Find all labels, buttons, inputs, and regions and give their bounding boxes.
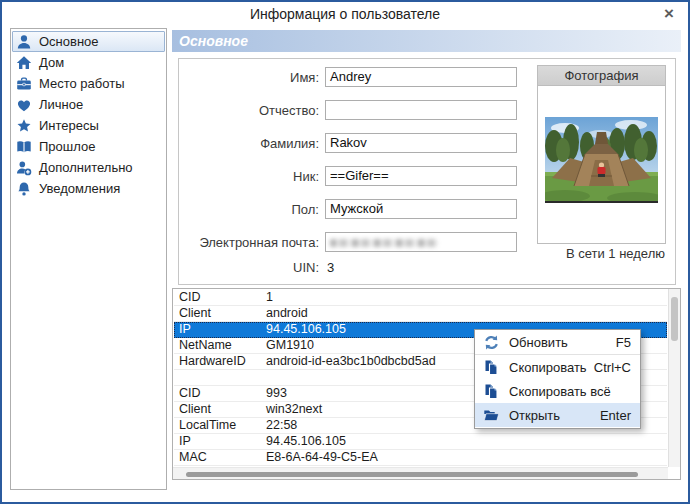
context-menu-item[interactable]: Открыть Enter <box>475 403 640 427</box>
table-value-cell: android <box>266 306 667 321</box>
table-value-cell: E8-6A-64-49-C5-EA <box>266 450 667 465</box>
context-menu-item-label: Скопировать <box>509 360 587 375</box>
bell-icon <box>16 181 32 197</box>
home-icon <box>16 55 32 71</box>
table-key-cell: IP <box>174 322 266 337</box>
sidebar-item[interactable]: Дом <box>12 52 165 73</box>
sidebar-item[interactable]: Прошлое <box>12 136 165 157</box>
uin-row: UIN: 3 <box>179 259 675 275</box>
window-title: Информация о пользователе <box>2 2 688 27</box>
table-row[interactable]: Client android <box>174 306 667 322</box>
photo-panel-title: Фотография <box>538 66 665 86</box>
section-header: Основное <box>172 30 681 52</box>
sidebar-item-label: Дом <box>39 55 64 70</box>
table-value-cell: 1 <box>266 290 667 305</box>
form-field-label: Пол: <box>179 202 325 217</box>
sidebar-item-label: Интересы <box>39 118 99 133</box>
context-menu-item-label: Открыть <box>509 408 560 423</box>
context-menu-item-shortcut: F5 <box>616 335 631 350</box>
book-icon <box>16 139 32 155</box>
sidebar-item-label: Личное <box>39 97 83 112</box>
sidebar-item-label: Уведомления <box>39 181 120 196</box>
table-key-cell: HardwareID <box>174 354 266 369</box>
context-menu-item-shortcut: Enter <box>600 408 631 423</box>
online-status: В сети 1 неделю <box>566 246 665 261</box>
form-field-label: Фамилия: <box>179 136 325 151</box>
table-key-cell <box>174 370 266 385</box>
table-value-cell: 94.45.106.105 <box>266 434 667 449</box>
sidebar-item-label: Дополнительно <box>39 160 133 175</box>
sidebar-item[interactable]: Личное <box>12 94 165 115</box>
photo-panel: Фотография <box>537 65 666 244</box>
context-menu: Обновить F5 Скопировать Ctrl+C Скопирова… <box>474 329 641 429</box>
horizontal-scrollbar[interactable] <box>173 467 668 479</box>
sidebar-item[interactable]: Основное <box>12 31 165 52</box>
context-menu-item[interactable]: Скопировать Ctrl+C <box>475 355 640 379</box>
person-add-icon <box>16 160 32 176</box>
context-menu-item[interactable]: Скопировать всё <box>475 379 640 403</box>
refresh-icon <box>483 334 500 351</box>
sidebar-item-label: Место работы <box>39 76 125 91</box>
basic-info-groupbox: Имя: Andrey Отчество: Фамилия: Rakov Ник… <box>178 58 676 285</box>
context-menu-item-label: Скопировать всё <box>509 384 611 399</box>
table-row[interactable]: MAC E8-6A-64-49-C5-EA <box>174 450 667 466</box>
photo-body <box>538 86 665 243</box>
table-key-cell: MAC <box>174 450 266 465</box>
form-field-input[interactable] <box>325 232 517 252</box>
sidebar-item[interactable]: Уведомления <box>12 178 165 199</box>
sidebar-item-label: Прошлое <box>39 139 95 154</box>
user-info-dialog: Информация о пользователе × Основное Дом… <box>0 0 690 504</box>
uin-value: 3 <box>327 260 334 275</box>
titlebar[interactable]: Информация о пользователе × <box>2 2 688 27</box>
heart-icon <box>16 97 32 113</box>
table-key-cell: CID <box>174 386 266 401</box>
close-icon[interactable]: × <box>660 3 678 25</box>
table-row[interactable]: IP 94.45.106.105 <box>174 434 667 450</box>
open-folder-icon <box>483 407 500 424</box>
uin-label: UIN: <box>179 260 325 275</box>
horizontal-scrollbar-thumb[interactable] <box>186 472 638 477</box>
table-key-cell: Client <box>174 306 266 321</box>
copy-icon <box>483 383 500 400</box>
person-icon <box>16 34 32 50</box>
vertical-scrollbar[interactable] <box>668 289 680 467</box>
table-key-cell: IP <box>174 434 266 449</box>
form-field-label: Электронная почта: <box>179 235 325 250</box>
briefcase-icon <box>16 76 32 92</box>
context-menu-item-label: Обновить <box>509 335 568 350</box>
table-key-cell: LocalTime <box>174 418 266 433</box>
user-photo <box>545 117 658 203</box>
sidebar-item[interactable]: Дополнительно <box>12 157 165 178</box>
vertical-scrollbar-thumb[interactable] <box>671 297 678 341</box>
sidebar-item[interactable]: Интересы <box>12 115 165 136</box>
sidebar-item[interactable]: Место работы <box>12 73 165 94</box>
form-field-input[interactable]: Мужской <box>325 199 517 219</box>
table-key-cell: CID <box>174 290 266 305</box>
sidebar-item-label: Основное <box>39 34 99 49</box>
form-field-input[interactable]: Andrey <box>325 67 517 87</box>
copy-icon <box>483 359 500 376</box>
form-field-label: Ник: <box>179 169 325 184</box>
table-key-cell: NetName <box>174 338 266 353</box>
star-icon <box>16 118 32 134</box>
table-row[interactable]: CID 1 <box>174 290 667 306</box>
form-field-input[interactable] <box>325 100 517 120</box>
context-menu-item-shortcut: Ctrl+C <box>594 360 631 375</box>
form-field-input[interactable]: Rakov <box>325 133 517 153</box>
sidebar: Основное Дом Место работы Личное Интерес… <box>10 28 167 490</box>
table-key-cell: Client <box>174 402 266 417</box>
context-menu-item[interactable]: Обновить F5 <box>475 331 640 355</box>
form-field-label: Имя: <box>179 70 325 85</box>
form-field-label: Отчество: <box>179 103 325 118</box>
form-field-input[interactable]: ==Gifer== <box>325 166 517 186</box>
